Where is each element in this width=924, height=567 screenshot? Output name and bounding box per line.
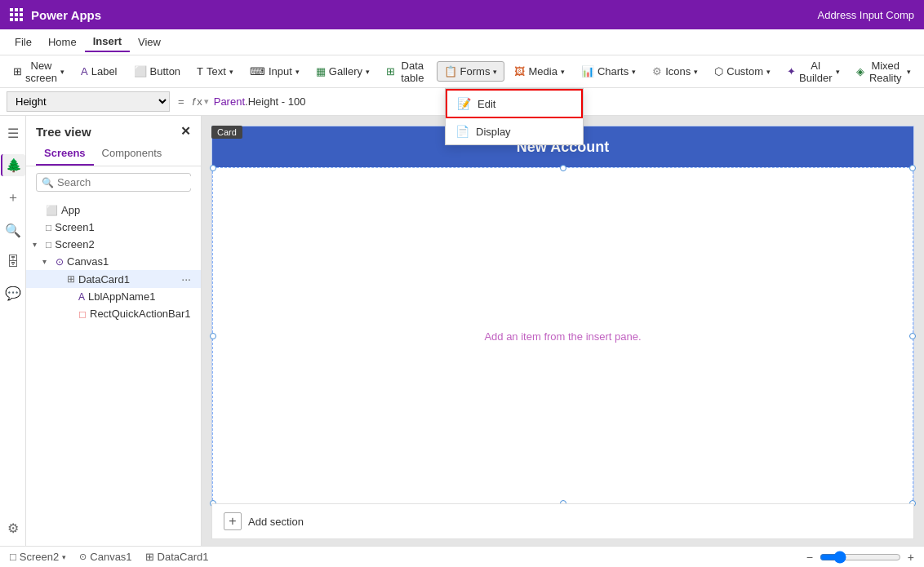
- tree-item-canvas1[interactable]: ▾ ⊙ Canvas1: [26, 253, 201, 270]
- forms-dropdown: 📝 Edit 📄 Display: [445, 88, 584, 145]
- handle-top-left[interactable]: [210, 165, 216, 171]
- lblappname1-icon: A: [78, 291, 85, 303]
- main-layout: ☰ 🌲 ＋ 🔍 🗄 💬 ⚙ Tree view ✕ Screens Compon…: [0, 116, 924, 546]
- handle-mid-right[interactable]: [909, 333, 916, 339]
- tree-tabs: Screens Components: [26, 142, 201, 166]
- screen2-icon: □: [46, 239, 51, 250]
- tree-item-rectquickactionbar1[interactable]: ◻ RectQuickActionBar1: [26, 305, 201, 322]
- screen2-label: Screen2: [55, 238, 94, 250]
- datacard1-more-button[interactable]: ···: [181, 272, 191, 286]
- address-bar-label: Address Input Comp: [817, 9, 914, 21]
- forms-display-item[interactable]: 📄 Display: [446, 118, 583, 144]
- data-table-button[interactable]: ⊞ Data table: [380, 56, 433, 87]
- tree-item-datacard1[interactable]: ⊞ DataCard1 ···: [26, 270, 201, 288]
- forms-chevron: ▾: [493, 68, 497, 76]
- app-icon: ⬜: [46, 205, 58, 216]
- handle-top-mid[interactable]: [560, 165, 566, 171]
- canvas1-status-icon: ⊙: [79, 551, 87, 562]
- input-button[interactable]: ⌨ Input ▾: [243, 62, 306, 81]
- text-icon: T: [197, 65, 203, 78]
- sidebar-icon-search[interactable]: 🔍: [2, 219, 24, 241]
- sidebar-icon-data[interactable]: 🗄: [3, 251, 23, 272]
- media-button[interactable]: 🖼 Media ▾: [508, 62, 571, 81]
- menu-view[interactable]: View: [130, 33, 169, 51]
- tree-panel: Tree view ✕ Screens Components 🔍 ⬜ App □…: [26, 116, 202, 546]
- zoom-minus-button[interactable]: −: [806, 551, 813, 564]
- formula-property-select[interactable]: Height: [7, 91, 170, 112]
- canvas-area[interactable]: Card New Account Add an item from the in…: [202, 116, 924, 546]
- rectquickactionbar1-icon: ◻: [78, 308, 87, 320]
- button-icon: ⬜: [134, 65, 147, 78]
- forms-edit-item[interactable]: 📝 Edit: [446, 89, 583, 118]
- new-screen-button[interactable]: ⊞ New screen ▾: [7, 56, 71, 87]
- app-label: App: [61, 204, 80, 216]
- tree-item-screen2[interactable]: ▾ □ Screen2: [26, 236, 201, 253]
- canvas1-label: Canvas1: [67, 255, 109, 268]
- title-bar: Power Apps Address Input Comp: [0, 0, 924, 29]
- lblappname1-label: LblAppName1: [88, 290, 155, 303]
- mixed-reality-chevron: ▾: [907, 68, 911, 76]
- mixed-reality-button[interactable]: ◈ Mixed Reality ▾: [850, 56, 917, 87]
- forms-icon: 📋: [444, 65, 457, 78]
- tree-search-icon: 🔍: [42, 177, 54, 188]
- zoom-slider[interactable]: [820, 551, 901, 564]
- media-chevron: ▾: [561, 68, 565, 76]
- sidebar-icon-tree[interactable]: 🌲: [1, 154, 25, 176]
- input-icon: ⌨: [250, 65, 265, 78]
- forms-button[interactable]: 📋 Forms ▾: [437, 61, 505, 82]
- ai-builder-button[interactable]: ✦ AI Builder ▾: [780, 56, 846, 87]
- tree-search-input[interactable]: [57, 176, 194, 188]
- form-body[interactable]: Add an item from the insert pane.: [212, 167, 913, 504]
- sidebar-icon-settings[interactable]: ⚙: [4, 517, 22, 539]
- sidebar-icon-plus[interactable]: ＋: [3, 186, 23, 210]
- app-title: Power Apps: [31, 8, 101, 22]
- card-label: Card: [211, 126, 242, 139]
- menu-home[interactable]: Home: [40, 33, 85, 51]
- text-button[interactable]: T Text ▾: [190, 62, 240, 81]
- handle-top-right[interactable]: [909, 165, 916, 171]
- zoom-plus-button[interactable]: +: [908, 551, 914, 564]
- display-icon: 📄: [455, 125, 469, 138]
- status-screen2-chevron: ▾: [62, 553, 66, 561]
- gallery-button[interactable]: ▦ Gallery ▾: [309, 62, 376, 81]
- form-container: Card New Account Add an item from the in…: [211, 126, 914, 505]
- input-chevron: ▾: [295, 68, 300, 76]
- tree-search-container: 🔍: [36, 173, 191, 192]
- app-grid-icon[interactable]: [10, 8, 23, 21]
- icons-chevron: ▾: [694, 68, 698, 76]
- status-screen2[interactable]: □ Screen2 ▾: [10, 551, 66, 563]
- tree-item-lblappname1[interactable]: A LblAppName1: [26, 288, 201, 305]
- formula-dot: .Height - 100: [245, 95, 305, 108]
- tree-close-button[interactable]: ✕: [180, 124, 191, 139]
- charts-button[interactable]: 📊 Charts ▾: [575, 62, 642, 81]
- icons-icon: ⚙: [652, 65, 662, 78]
- status-canvas1[interactable]: ⊙ Canvas1: [79, 551, 131, 563]
- screen1-label: Screen1: [55, 221, 94, 233]
- icons-button[interactable]: ⚙ Icons ▾: [646, 62, 704, 81]
- sidebar-icon-menu[interactable]: ☰: [4, 122, 22, 144]
- tree-header: Tree view ✕: [26, 116, 201, 142]
- status-datacard1[interactable]: ⊞ DataCard1: [145, 551, 209, 563]
- canvas1-icon: ⊙: [56, 256, 64, 268]
- menu-insert[interactable]: Insert: [85, 32, 130, 52]
- tree-item-app[interactable]: ⬜ App: [26, 202, 201, 219]
- tree-item-screen1[interactable]: □ Screen1: [26, 219, 201, 236]
- button-button[interactable]: ⬜ Button: [127, 62, 188, 81]
- custom-chevron: ▾: [766, 68, 771, 76]
- expand-arrow-icon: ▾: [33, 240, 42, 249]
- custom-button[interactable]: ⬡ Custom ▾: [708, 62, 777, 81]
- label-button[interactable]: A Label: [74, 62, 123, 81]
- tree-tab-screens[interactable]: Screens: [36, 142, 94, 166]
- add-section-plus-button[interactable]: +: [224, 512, 242, 530]
- formula-fx[interactable]: fx ▾: [193, 95, 209, 108]
- datacard1-label: DataCard1: [78, 273, 130, 286]
- custom-icon: ⬡: [714, 65, 723, 78]
- menu-file[interactable]: File: [7, 33, 40, 51]
- media-icon: 🖼: [514, 65, 525, 78]
- sidebar-icon-chat[interactable]: 💬: [2, 282, 24, 304]
- datacard1-icon: ⊞: [67, 273, 75, 285]
- formula-text: Parent: [214, 95, 245, 108]
- tree-tab-components[interactable]: Components: [94, 142, 171, 166]
- handle-mid-left[interactable]: [210, 333, 216, 339]
- text-chevron: ▾: [229, 68, 233, 76]
